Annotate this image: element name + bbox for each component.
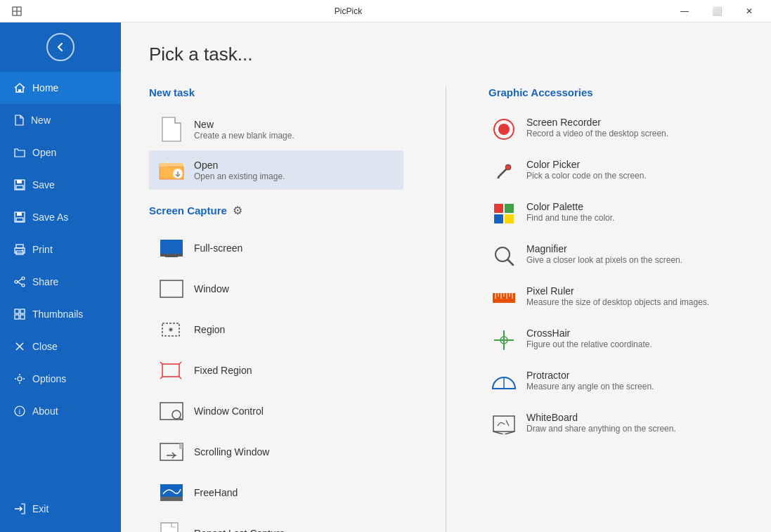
right-column: Graphic Accessories Screen Recorder Reco… xyxy=(488,86,743,532)
accessory-magnifier[interactable]: Magnifier Give a closer look at pixels o… xyxy=(488,236,743,275)
crosshair-name: CrossHair xyxy=(526,327,652,339)
sidebar-item-save[interactable]: Save xyxy=(0,169,121,201)
sidebar-thumbnails-label: Thumbnails xyxy=(32,309,83,320)
task-item-fixed-region[interactable]: Fixed Region xyxy=(149,351,403,390)
settings-gear-icon[interactable]: ⚙ xyxy=(233,204,242,217)
sidebar-item-thumbnails[interactable]: Thumbnails xyxy=(0,298,121,330)
crosshair-text: CrossHair Figure out the relative coordi… xyxy=(526,327,652,349)
svg-point-14 xyxy=(22,277,25,280)
svg-point-25 xyxy=(18,377,22,381)
sidebar-item-new[interactable]: New xyxy=(0,104,121,136)
file-new-icon xyxy=(14,115,24,126)
magnifier-name: Magnifier xyxy=(526,243,682,254)
sidebar-item-home[interactable]: Home xyxy=(0,72,121,104)
window-control-icon-box xyxy=(159,398,184,424)
window-name: Window xyxy=(194,283,229,294)
svg-point-62 xyxy=(505,164,511,170)
sidebar-nav: Home New Open xyxy=(0,72,121,493)
open-task-name: Open xyxy=(194,160,285,171)
pixel-ruler-icon xyxy=(491,285,517,311)
region-text: Region xyxy=(194,324,225,335)
minimize-button[interactable]: — xyxy=(668,0,701,22)
scrolling-window-icon-box xyxy=(159,439,184,465)
svg-rect-33 xyxy=(160,163,183,167)
sidebar-item-share[interactable]: Share xyxy=(0,266,121,298)
screen-recorder-text: Screen Recorder Record a video of the de… xyxy=(526,117,668,138)
svg-rect-64 xyxy=(505,204,514,213)
repeat-last-icon-box xyxy=(159,521,184,532)
sidebar-item-save-as[interactable]: Save As xyxy=(0,201,121,233)
svg-line-85 xyxy=(506,420,509,426)
sidebar: Home New Open xyxy=(0,22,121,532)
svg-rect-35 xyxy=(160,240,183,255)
task-item-full-screen[interactable]: Full-screen xyxy=(149,228,403,268)
open-task-text: Open Open an existing image. xyxy=(194,160,285,181)
svg-rect-38 xyxy=(160,280,183,297)
svg-line-44 xyxy=(160,362,162,364)
thumbnails-icon xyxy=(14,309,25,320)
sidebar-about-label: About xyxy=(32,406,58,417)
repeat-last-text: Repeat Last Capture xyxy=(194,528,285,532)
svg-text:i: i xyxy=(19,408,21,415)
sidebar-item-about[interactable]: i About xyxy=(0,395,121,427)
region-icon-box xyxy=(159,317,184,342)
accessory-whiteboard[interactable]: WhiteBoard Draw and share anything on th… xyxy=(488,405,743,444)
sidebar-options-label: Options xyxy=(32,373,66,384)
magnifier-icon xyxy=(491,243,517,268)
back-button[interactable] xyxy=(0,22,121,72)
pixel-ruler-text: Pixel Ruler Measure the size of desktop … xyxy=(526,285,709,307)
svg-rect-55 xyxy=(160,497,183,501)
window-text: Window xyxy=(194,283,229,294)
accessory-color-picker[interactable]: Color Picker Pick a color code on the sc… xyxy=(488,152,743,191)
color-picker-name: Color Picker xyxy=(526,159,647,170)
svg-rect-20 xyxy=(20,309,25,313)
full-screen-icon-box xyxy=(159,235,184,261)
accessory-crosshair[interactable]: CrossHair Figure out the relative coordi… xyxy=(488,320,743,360)
task-item-region[interactable]: Region xyxy=(149,310,403,349)
accessory-pixel-ruler[interactable]: Pixel Ruler Measure the size of desktop … xyxy=(488,278,743,318)
task-item-window[interactable]: Window xyxy=(149,269,403,309)
freehand-name: FreeHand xyxy=(194,487,238,498)
fullscreen-button[interactable] xyxy=(6,0,28,22)
page-title: Pick a task... xyxy=(149,44,743,65)
task-item-repeat-last[interactable]: Repeat Last Capture xyxy=(149,514,403,532)
task-item-window-control[interactable]: Window Control xyxy=(149,391,403,431)
svg-line-46 xyxy=(160,377,162,379)
new-task-name: New xyxy=(194,119,294,130)
app-body: Home New Open xyxy=(0,22,771,532)
maximize-button[interactable]: ⬜ xyxy=(701,0,733,22)
sidebar-item-options[interactable]: Options xyxy=(0,363,121,395)
options-icon xyxy=(14,373,25,384)
close-button[interactable]: ✕ xyxy=(733,0,765,22)
accessory-screen-recorder[interactable]: Screen Recorder Record a video of the de… xyxy=(488,110,743,149)
color-palette-name: Color Palette xyxy=(526,201,614,212)
open-task-desc: Open an existing image. xyxy=(194,171,285,181)
fixed-region-name: Fixed Region xyxy=(194,365,252,376)
exit-button[interactable]: Exit xyxy=(0,493,121,525)
main-content: Pick a task... New task xyxy=(121,22,771,532)
two-column-layout: New task New Create a new blank image. xyxy=(149,86,743,532)
svg-rect-5 xyxy=(17,180,22,183)
graphic-accessories-title: Graphic Accessories xyxy=(488,86,743,98)
left-column: New task New Create a new blank image. xyxy=(149,86,403,532)
fixed-region-icon-box xyxy=(159,358,184,383)
close-file-icon xyxy=(14,341,25,352)
open-folder-icon-box xyxy=(159,157,184,183)
svg-line-18 xyxy=(18,282,22,285)
sidebar-item-print[interactable]: Print xyxy=(0,233,121,266)
accessory-color-palette[interactable]: Color Palette Find and tune the color. xyxy=(488,194,743,233)
accessory-protractor[interactable]: Protractor Measure any angle on the scre… xyxy=(488,363,743,402)
task-item-open[interactable]: Open Open an existing image. xyxy=(149,150,403,190)
svg-rect-3 xyxy=(18,89,21,92)
magnifier-desc: Give a closer look at pixels on the scre… xyxy=(526,255,682,265)
task-item-freehand[interactable]: FreeHand xyxy=(149,473,403,512)
svg-line-45 xyxy=(179,362,181,364)
task-item-scrolling-window[interactable]: Scrolling Window xyxy=(149,432,403,472)
scrolling-window-text: Scrolling Window xyxy=(194,446,269,458)
screen-capture-header: Screen Capture ⚙ xyxy=(149,204,403,217)
repeat-last-name: Repeat Last Capture xyxy=(194,528,285,532)
sidebar-item-close[interactable]: Close xyxy=(0,330,121,363)
task-item-new[interactable]: New Create a new blank image. xyxy=(149,110,403,149)
window-controls: — ⬜ ✕ xyxy=(668,0,765,22)
sidebar-item-open[interactable]: Open xyxy=(0,136,121,169)
